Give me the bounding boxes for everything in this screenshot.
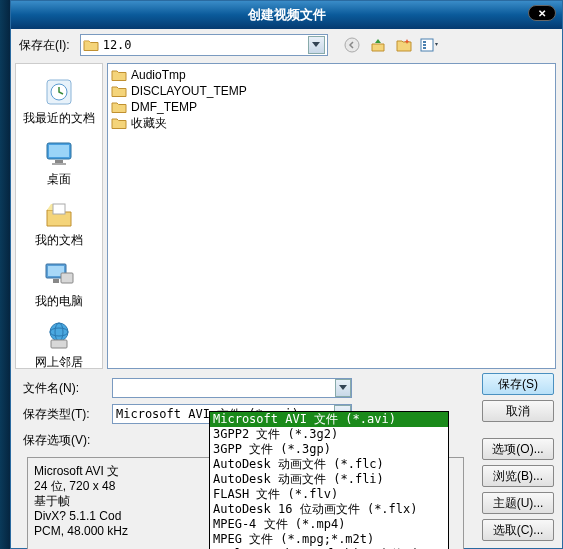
- svg-rect-1: [421, 39, 433, 51]
- dropdown-item[interactable]: FLASH 文件 (*.flv): [210, 487, 448, 502]
- svg-rect-14: [61, 273, 73, 283]
- sidebar-item-documents[interactable]: 我的文档: [16, 194, 102, 253]
- cancel-button[interactable]: 取消: [482, 400, 554, 422]
- svg-rect-9: [55, 160, 63, 163]
- dropdown-item[interactable]: 3GPP2 文件 (*.3g2): [210, 427, 448, 442]
- dropdown-item[interactable]: AutoDesk 动画文件 (*.flc): [210, 457, 448, 472]
- svg-point-0: [345, 38, 359, 52]
- view-menu-icon[interactable]: [420, 35, 440, 55]
- theme-button[interactable]: 主题(U)...: [482, 492, 554, 514]
- list-item[interactable]: DISCLAYOUT_TEMP: [111, 83, 552, 99]
- title-bar: 创建视频文件: [11, 1, 562, 29]
- filename-input[interactable]: [113, 379, 335, 397]
- filename-label: 文件名(N):: [19, 380, 104, 397]
- sidebar-item-network[interactable]: 网上邻居: [16, 316, 102, 375]
- file-list[interactable]: AudioTmp DISCLAYOUT_TEMP DMF_TEMP 收藏夹: [107, 63, 556, 369]
- svg-rect-17: [51, 340, 67, 348]
- location-toolbar: 保存在(I): 12.0: [11, 29, 562, 61]
- folder-icon: [111, 116, 127, 130]
- dropdown-arrow-icon[interactable]: [335, 379, 351, 397]
- dropdown-item[interactable]: 3GPP 文件 (*.3gp): [210, 442, 448, 457]
- savetype-label: 保存类型(T):: [19, 406, 104, 423]
- folder-icon: [111, 84, 127, 98]
- folder-icon: [111, 68, 127, 82]
- sidebar-item-recent[interactable]: 我最近的文档: [16, 72, 102, 131]
- dropdown-arrow-icon[interactable]: [308, 36, 325, 54]
- dialog-title: 创建视频文件: [248, 6, 326, 24]
- close-button[interactable]: [528, 5, 556, 21]
- folder-icon: [83, 38, 99, 52]
- svg-point-16: [50, 323, 68, 341]
- dropdown-item[interactable]: AutoDesk 16 位动画文件 (*.flx): [210, 502, 448, 517]
- folder-icon: [111, 100, 127, 114]
- svg-rect-4: [423, 47, 426, 49]
- list-item[interactable]: 收藏夹: [111, 115, 552, 131]
- save-in-label: 保存在(I):: [19, 37, 70, 54]
- options-button[interactable]: 选项(O)...: [482, 438, 554, 460]
- back-icon[interactable]: [342, 35, 362, 55]
- saveopts-label: 保存选项(V):: [19, 432, 104, 449]
- dropdown-item[interactable]: AutoDesk 动画文件 (*.fli): [210, 472, 448, 487]
- dropdown-item[interactable]: Microsoft AVI 文件 (*.avi): [210, 412, 448, 427]
- filename-combo[interactable]: [112, 378, 352, 398]
- svg-rect-10: [52, 163, 66, 165]
- list-item[interactable]: DMF_TEMP: [111, 99, 552, 115]
- svg-rect-15: [53, 279, 59, 283]
- folder-combo-text: 12.0: [103, 38, 308, 52]
- list-item[interactable]: AudioTmp: [111, 67, 552, 83]
- up-icon[interactable]: [368, 35, 388, 55]
- select-button[interactable]: 选取(C)...: [482, 519, 554, 541]
- new-folder-icon[interactable]: [394, 35, 414, 55]
- save-button[interactable]: 保存(S): [482, 373, 554, 395]
- sidebar-item-computer[interactable]: 我的电脑: [16, 255, 102, 314]
- svg-rect-11: [53, 204, 65, 214]
- savetype-dropdown[interactable]: Microsoft AVI 文件 (*.avi) 3GPP2 文件 (*.3g2…: [209, 411, 449, 549]
- svg-rect-2: [423, 41, 426, 43]
- svg-rect-8: [49, 145, 69, 157]
- dropdown-item[interactable]: MPEG-4 文件 (*.mp4): [210, 517, 448, 532]
- sidebar-item-desktop[interactable]: 桌面: [16, 133, 102, 192]
- browse-button[interactable]: 浏览(B)...: [482, 465, 554, 487]
- folder-combo[interactable]: 12.0: [80, 34, 328, 56]
- dropdown-item[interactable]: MPEG 文件 (*.mpg;*.m2t): [210, 532, 448, 547]
- svg-rect-3: [423, 44, 426, 46]
- places-sidebar: 我最近的文档 桌面 我的文档 我的电脑 网上邻居: [15, 63, 103, 369]
